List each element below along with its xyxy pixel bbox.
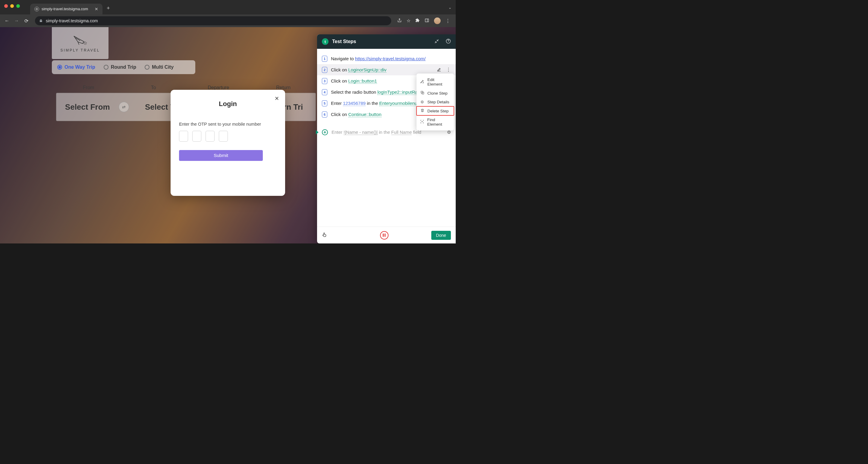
plane-icon xyxy=(71,34,89,47)
svg-point-6 xyxy=(422,121,423,122)
panel-footer: Done xyxy=(317,226,456,243)
profile-avatar[interactable] xyxy=(434,18,441,24)
share-icon[interactable] xyxy=(397,18,402,24)
step-more-icon[interactable]: ⋮ xyxy=(446,67,451,72)
test-step[interactable]: 1 Navigate to https://simply-travel.test… xyxy=(317,53,456,64)
trip-type-multi[interactable]: Multi City xyxy=(145,64,174,70)
ctx-step-details[interactable]: ⚙ Step Details xyxy=(416,98,454,106)
back-button[interactable]: ← xyxy=(4,18,10,24)
from-field[interactable]: Select From xyxy=(56,102,119,112)
ctx-label: Step Details xyxy=(427,100,450,104)
step-data-value[interactable]: 123456789 xyxy=(343,101,366,106)
otp-digit-4[interactable] xyxy=(219,131,228,142)
edit-icon xyxy=(420,80,424,84)
step-element-link[interactable]: LoginorSignUp::div xyxy=(348,67,387,72)
add-step-icon[interactable]: + xyxy=(322,129,328,135)
reload-button[interactable]: ⟳ xyxy=(24,18,29,24)
trip-type-label: One Way Trip xyxy=(64,64,95,70)
login-modal: ✕ Login Enter the OTP sent to your mobil… xyxy=(170,90,285,196)
copy-icon xyxy=(420,91,424,95)
sidepanel-icon[interactable] xyxy=(425,18,429,24)
ctx-find-element[interactable]: Find Element xyxy=(416,115,454,129)
trip-type-label: Round Trip xyxy=(111,64,136,70)
ctx-label: Clone Step xyxy=(427,91,447,95)
browser-tab-bar: simply-travel.testsigma.com ✕ + ⌄ xyxy=(0,0,456,14)
submit-button[interactable]: Submit xyxy=(179,150,263,161)
trip-type-one-way[interactable]: One Way Trip xyxy=(57,64,95,70)
radio-icon xyxy=(57,65,62,70)
tabs-dropdown-icon[interactable]: ⌄ xyxy=(448,5,452,10)
trip-type-card: One Way Trip Round Trip Multi City xyxy=(52,60,195,74)
ctx-label: Edit Element xyxy=(427,78,450,87)
browser-tab[interactable]: simply-travel.testsigma.com ✕ xyxy=(30,4,102,14)
step-context-menu: Edit Element Clone Step ⚙ Step Details xyxy=(416,73,454,130)
swap-icon[interactable]: ⇄ xyxy=(119,102,129,112)
step-text: Click on LoginorSignUp::div xyxy=(331,67,433,73)
ctx-delete-step[interactable]: Delete Step xyxy=(416,106,454,115)
ctx-label: Delete Step xyxy=(427,109,449,113)
window-maximize[interactable] xyxy=(16,4,20,8)
pause-icon xyxy=(383,234,385,237)
steps-list: 1 Navigate to https://simply-travel.test… xyxy=(317,49,456,226)
target-icon xyxy=(420,120,424,124)
step-url-link[interactable]: https://simply-travel.testsigma.com/ xyxy=(355,56,426,61)
collapse-icon[interactable] xyxy=(434,39,439,44)
url-text: simply-travel.testsigma.com xyxy=(46,19,98,23)
lock-icon: 🔒︎ xyxy=(39,19,43,23)
field-label-from: From xyxy=(56,85,121,90)
done-button[interactable]: Done xyxy=(431,231,451,240)
testsigma-logo-icon xyxy=(322,38,329,45)
otp-instruction: Enter the OTP sent to your mobile number xyxy=(179,122,277,127)
otp-digit-1[interactable] xyxy=(179,131,188,142)
edit-step-icon[interactable] xyxy=(437,67,441,72)
radio-icon xyxy=(145,65,150,70)
ctx-edit-element[interactable]: Edit Element xyxy=(416,75,454,89)
ctx-label: Find Element xyxy=(427,118,450,127)
step-number-badge: 3 xyxy=(322,78,327,84)
step-element-link[interactable]: Continue::button xyxy=(348,112,381,117)
step-text: Navigate to https://simply-travel.testsi… xyxy=(331,56,451,62)
trip-type-round[interactable]: Round Trip xyxy=(104,64,136,70)
site-logo[interactable]: SIMPLY TRAVEL xyxy=(52,27,108,59)
step-number-badge: 5 xyxy=(322,100,327,106)
pointer-tool-icon[interactable] xyxy=(322,232,327,239)
logo-text: SIMPLY TRAVEL xyxy=(61,48,100,53)
step-element-link[interactable]: Login::button1 xyxy=(348,78,377,84)
step-number-badge: 6 xyxy=(322,112,327,118)
gear-icon: ⚙ xyxy=(420,100,424,104)
trash-icon xyxy=(420,109,424,113)
ctx-clone-step[interactable]: Clone Step xyxy=(416,89,454,98)
step-element-link[interactable]: logInType2::inputRa xyxy=(377,90,417,95)
step-element-link[interactable]: Enteryourmobilenu xyxy=(379,101,417,106)
extensions-icon[interactable] xyxy=(415,18,420,24)
current-step-arrow-icon xyxy=(316,130,318,134)
globe-icon xyxy=(34,7,39,11)
otp-digit-2[interactable] xyxy=(192,131,201,142)
radio-icon xyxy=(104,65,108,70)
step-number-badge: 1 xyxy=(322,56,327,62)
pause-button[interactable] xyxy=(380,231,389,240)
panel-title: Test Steps xyxy=(332,39,428,44)
close-tab-icon[interactable]: ✕ xyxy=(95,7,98,11)
window-close[interactable] xyxy=(4,4,8,8)
browser-menu-icon[interactable]: ⋮ xyxy=(445,18,450,24)
browser-toolbar: ← → ⟳ 🔒︎ simply-travel.testsigma.com ☆ ⋮ xyxy=(0,14,456,27)
modal-title: Login xyxy=(179,100,277,108)
forward-button[interactable]: → xyxy=(14,18,19,24)
test-steps-panel: Test Steps 1 Navigate to https://simply-… xyxy=(317,34,456,243)
close-icon[interactable]: ✕ xyxy=(275,95,279,102)
step-number-badge: 4 xyxy=(322,89,327,95)
panel-header: Test Steps xyxy=(317,34,456,49)
step-number-badge: 2 xyxy=(322,67,327,73)
new-tab-button[interactable]: + xyxy=(107,5,110,11)
otp-digit-3[interactable] xyxy=(206,131,215,142)
address-bar[interactable]: 🔒︎ simply-travel.testsigma.com xyxy=(35,16,391,25)
help-icon[interactable] xyxy=(446,38,451,44)
window-minimize[interactable] xyxy=(10,4,14,8)
svg-rect-1 xyxy=(425,19,429,22)
bookmark-icon[interactable]: ☆ xyxy=(407,18,410,24)
tab-title: simply-travel.testsigma.com xyxy=(41,7,92,11)
trip-type-label: Multi City xyxy=(152,64,174,70)
